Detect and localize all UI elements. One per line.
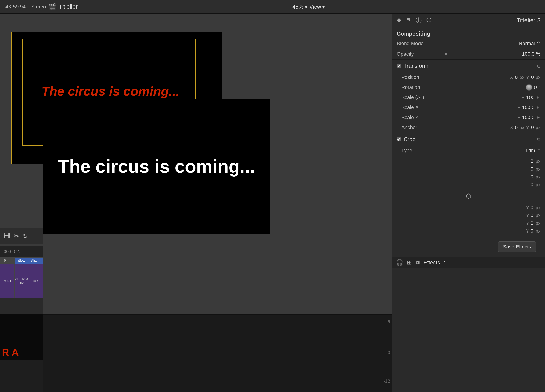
clip-title-1: r 6 — [0, 258, 14, 264]
crop-y1-value[interactable]: 0 — [531, 205, 533, 211]
position-label: Position — [401, 74, 442, 80]
scale-all-value[interactable]: 100 — [526, 95, 534, 100]
crop-checkbox[interactable] — [397, 137, 401, 141]
clip-title-3: Slac — [29, 258, 43, 264]
panel-title: Titlelier 2 — [516, 17, 540, 24]
crop-left-value[interactable]: 0 — [531, 158, 533, 164]
panel-icon-share[interactable]: ⬡ — [426, 16, 432, 24]
refresh-icon[interactable]: ↻ — [23, 232, 28, 240]
position-x-value[interactable]: 0 — [515, 74, 518, 80]
transform-label: Transform — [404, 63, 428, 69]
crop-right-row: 0 px — [401, 165, 540, 173]
transform-checkbox[interactable] — [397, 64, 401, 68]
crop-right-unit: px — [536, 167, 540, 172]
panel-scroll[interactable]: Compositing Blend Mode Normal ⌃ Opacity … — [392, 27, 545, 392]
anchor-y-value[interactable]: 0 — [531, 125, 534, 131]
crop-y3-value[interactable]: 0 — [531, 220, 533, 226]
crop-left-unit: px — [536, 159, 540, 164]
save-effects-container: Save Effects — [392, 237, 545, 257]
position-x-label: X — [510, 75, 513, 80]
crop-section: Crop ⧉ Type Trim ⌃ 0 px — [392, 133, 545, 237]
crop-values: 0 px 0 px 0 px 0 px — [392, 156, 545, 190]
bottom-thumbnail: R A — [0, 314, 43, 360]
scale-x-label: Scale X — [401, 104, 442, 110]
crop-title-row: Crop — [397, 136, 415, 142]
scale-y-keyframe-icon[interactable]: ♥ — [518, 115, 520, 120]
clip-thumb-2[interactable]: Titlelier 7 CUSTOM 3D — [14, 257, 29, 298]
rotation-knob[interactable] — [526, 84, 532, 90]
view-chevron-icon: ▾ — [322, 4, 325, 10]
clip-thumb-1[interactable]: r 6 M 3D — [0, 257, 14, 298]
crop-y4-value[interactable]: 0 — [531, 228, 533, 234]
ruler-time: 00:00:2... — [4, 249, 23, 254]
clip-label-2: CUSTOM 3D — [15, 264, 29, 298]
main-layout: The circus is coming... The circus is co… — [0, 14, 545, 392]
rotation-row: Rotation 0 ° — [392, 82, 545, 92]
panel-icon-diamond[interactable]: ◆ — [397, 16, 401, 24]
position-row: Position X 0 px Y 0 px — [392, 72, 545, 82]
crop-top-row: 0 px — [401, 173, 540, 181]
position-y-value[interactable]: 0 — [531, 74, 534, 80]
view-button[interactable]: View ▾ — [309, 4, 325, 10]
anchor-row: Anchor X 0 px Y 0 px — [392, 122, 545, 133]
crop-y4-row: Y 0 px — [401, 227, 540, 235]
edit-icon[interactable]: ✂ — [14, 232, 19, 240]
compositing-label: Compositing — [392, 27, 545, 38]
grid-icon[interactable]: ⊞ — [407, 259, 412, 266]
scale-y-unit: % — [536, 115, 540, 120]
scale-y-value[interactable]: 100.0 — [522, 115, 534, 121]
panel-icon-flag[interactable]: ⚑ — [406, 16, 411, 24]
zoom-control[interactable]: 45% ▾ — [292, 4, 307, 10]
overlay-popup: The circus is coming... — [43, 99, 270, 234]
layers-icon[interactable]: ⧉ — [415, 259, 420, 266]
effects-tabs: 🎧 ⊞ ⧉ Effects ⌃ — [392, 257, 545, 268]
clip-thumbnails: r 6 M 3D Titlelier 7 CUSTOM 3D Slac CUS — [0, 257, 43, 314]
crop-copy-icon[interactable]: ⧉ — [537, 137, 540, 142]
bottom-area: R A — [0, 314, 43, 392]
transform-section: Transform ⧉ Position X 0 px Y 0 px — [392, 60, 545, 133]
panel-header: ◆ ⚑ ⓘ ⬡ Titlelier 2 — [392, 14, 545, 27]
audio-label-top: -6 — [386, 319, 390, 325]
scale-all-keyframe-icon[interactable]: ♥ — [522, 95, 524, 100]
scale-x-value[interactable]: 100.0 — [522, 104, 534, 110]
scale-all-unit: % — [536, 95, 540, 100]
scale-x-unit: % — [536, 105, 540, 110]
crop-label: Crop — [404, 136, 415, 142]
effects-label[interactable]: Effects ⌃ — [423, 259, 446, 266]
crop-type-row: Type Trim ⌃ — [392, 145, 545, 156]
scale-x-keyframe-icon[interactable]: ♥ — [518, 105, 520, 110]
panel-icon-info[interactable]: ⓘ — [416, 16, 422, 24]
anchor-x-value[interactable]: 0 — [515, 125, 518, 131]
opacity-value: 100.0 % — [450, 51, 540, 57]
transform-copy-icon[interactable]: ⧉ — [537, 63, 540, 69]
blend-mode-label: Blend Mode — [397, 41, 442, 47]
rotation-value[interactable]: 0 — [534, 84, 537, 90]
save-effects-button[interactable]: Save Effects — [498, 241, 536, 252]
right-panel: ◆ ⚑ ⓘ ⬡ Titlelier 2 Compositing Blend Mo… — [392, 14, 545, 392]
rotation-unit: ° — [539, 85, 540, 90]
overlay-text: The circus is coming... — [58, 156, 255, 177]
crop-y2-value[interactable]: 0 — [531, 212, 533, 218]
crop-top-unit: px — [536, 174, 540, 180]
preview-area: The circus is coming... The circus is co… — [0, 14, 392, 392]
clip-thumb-3[interactable]: Slac CUS — [29, 257, 43, 298]
anchor-x-label: X — [510, 125, 513, 130]
crop-y2-row: Y 0 px — [401, 211, 540, 219]
anchor-unit-2: px — [536, 125, 540, 130]
opacity-keyframe-icon[interactable]: ♥ — [445, 52, 447, 57]
crop-left-row: 0 px — [401, 157, 540, 165]
mask-icon[interactable]: ⬡ — [466, 193, 471, 200]
audio-label-bot: -12 — [384, 379, 390, 384]
blend-mode-value[interactable]: Normal ⌃ — [442, 41, 540, 47]
crop-y3-row: Y 0 px — [401, 219, 540, 227]
crop-right-value[interactable]: 0 — [531, 166, 533, 172]
cam-icon: 🎬 — [49, 3, 56, 10]
crop-bottom-value[interactable]: 0 — [531, 182, 533, 187]
crop-top-value[interactable]: 0 — [531, 174, 533, 180]
crop-type-chevron-icon: ⌃ — [537, 148, 540, 153]
rotation-label: Rotation — [401, 84, 442, 90]
crop-type-value[interactable]: Trim — [525, 148, 535, 154]
headphones-icon[interactable]: 🎧 — [396, 259, 403, 266]
playback-icon[interactable]: 🎞 — [4, 232, 10, 240]
clip-label-3: CUS — [29, 264, 43, 298]
